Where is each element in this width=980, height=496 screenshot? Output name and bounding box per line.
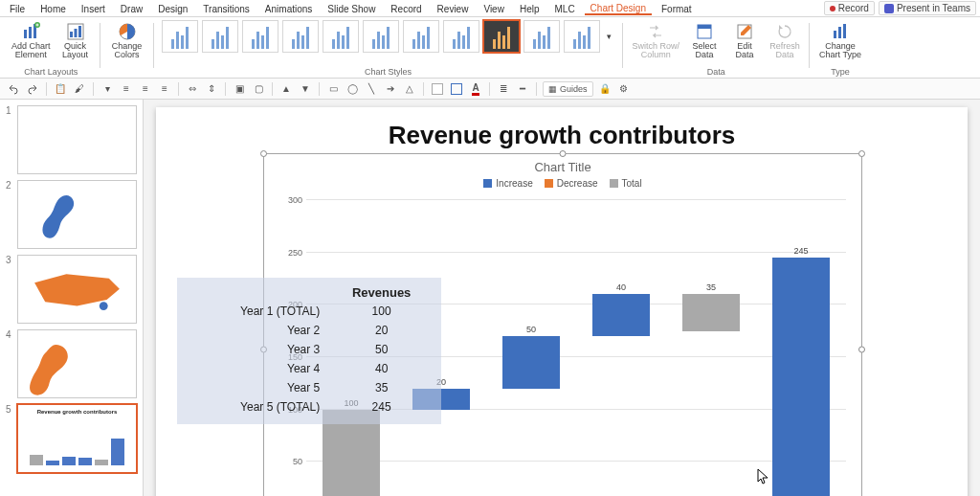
fill-color-button[interactable] bbox=[430, 81, 445, 97]
tab-view[interactable]: View bbox=[478, 2, 510, 14]
chart-style-9[interactable] bbox=[483, 20, 520, 53]
data-table-overlay[interactable]: Revenues Year 1 (TOTAL)100Year 220Year 3… bbox=[177, 278, 441, 424]
guides-toggle[interactable]: ▦Guides bbox=[543, 81, 593, 97]
tab-format[interactable]: Format bbox=[656, 2, 698, 14]
chart-style-2[interactable] bbox=[202, 20, 238, 53]
slide-thumb-2[interactable]: 2 bbox=[6, 180, 137, 249]
distribute-v-icon[interactable]: ⇕ bbox=[204, 81, 219, 97]
resize-handle[interactable] bbox=[858, 347, 865, 353]
align-center-icon[interactable]: ≡ bbox=[138, 81, 153, 97]
tab-slideshow[interactable]: Slide Show bbox=[322, 2, 381, 14]
gear-icon[interactable]: ⚙ bbox=[616, 81, 632, 97]
tab-insert[interactable]: Insert bbox=[76, 2, 111, 14]
slide-canvas[interactable]: Revenue growth contributors Chart Title … bbox=[156, 107, 968, 496]
format-painter-icon[interactable]: 🖌 bbox=[72, 81, 87, 97]
legend-item-total[interactable]: Total bbox=[610, 178, 642, 189]
redo-button[interactable] bbox=[25, 81, 40, 97]
lock-icon[interactable]: 🔒 bbox=[597, 81, 612, 97]
tab-design[interactable]: Design bbox=[152, 2, 193, 14]
refresh-data-label: Refresh Data bbox=[769, 42, 800, 59]
chart-legend[interactable]: Increase Decrease Total bbox=[268, 178, 858, 189]
slide-thumb-1[interactable]: 1 bbox=[6, 105, 137, 174]
distribute-h-icon[interactable]: ⇔ bbox=[185, 81, 200, 97]
legend-label: Decrease bbox=[557, 178, 598, 189]
line-weight-icon[interactable]: ━ bbox=[515, 81, 530, 97]
line-color-button[interactable] bbox=[449, 81, 464, 97]
tab-mlc[interactable]: MLC bbox=[548, 2, 580, 14]
shape-triangle-icon[interactable]: △ bbox=[402, 81, 417, 97]
add-chart-element-button[interactable]: Add Chart Element bbox=[10, 20, 53, 61]
chart-style-7[interactable] bbox=[403, 20, 439, 53]
chart-style-1[interactable] bbox=[162, 20, 198, 53]
add-chart-element-icon bbox=[21, 22, 40, 41]
shape-oval-icon[interactable]: ◯ bbox=[345, 81, 360, 97]
refresh-data-button[interactable]: Refresh Data bbox=[768, 20, 802, 61]
slide-thumbnail-pane[interactable]: 1 2 3 4 5 Revenue growth contributors bbox=[0, 100, 144, 496]
line-style-icon[interactable]: ≣ bbox=[496, 81, 511, 97]
legend-item-decrease[interactable]: Decrease bbox=[545, 178, 598, 189]
bring-forward-icon[interactable]: ▲ bbox=[278, 81, 294, 97]
shape-rect-icon[interactable]: ▭ bbox=[325, 81, 341, 97]
table-row: Year 220 bbox=[181, 321, 437, 340]
tab-review[interactable]: Review bbox=[432, 2, 475, 14]
change-chart-type-label: Change Chart Type bbox=[819, 42, 861, 59]
resize-handle[interactable] bbox=[858, 150, 865, 157]
tab-transitions[interactable]: Transitions bbox=[197, 2, 256, 14]
bar[interactable] bbox=[772, 258, 830, 496]
chart-style-6[interactable] bbox=[363, 20, 399, 53]
chart-column[interactable]: 50 bbox=[486, 200, 576, 496]
row-label: Year 5 bbox=[181, 378, 325, 397]
chart-title[interactable]: Chart Title bbox=[268, 160, 858, 174]
chart-style-10[interactable] bbox=[523, 20, 560, 53]
edit-data-icon bbox=[735, 22, 754, 41]
change-chart-type-button[interactable]: Change Chart Type bbox=[817, 20, 863, 61]
present-in-teams-button[interactable]: Present in Teams bbox=[879, 1, 976, 15]
bar[interactable] bbox=[502, 336, 560, 389]
bar[interactable] bbox=[682, 294, 740, 330]
resize-handle[interactable] bbox=[260, 150, 267, 157]
tab-help[interactable]: Help bbox=[514, 2, 546, 14]
slide-thumb-4[interactable]: 4 bbox=[6, 329, 137, 398]
chart-style-5[interactable] bbox=[323, 20, 359, 53]
chart-style-4[interactable] bbox=[282, 20, 319, 53]
slide-thumb-3[interactable]: 3 bbox=[6, 255, 137, 324]
resize-handle[interactable] bbox=[560, 150, 567, 157]
chart-column[interactable]: 35 bbox=[666, 200, 756, 496]
chart-style-8[interactable] bbox=[443, 20, 479, 53]
send-backward-icon[interactable]: ▼ bbox=[298, 81, 313, 97]
slide-title[interactable]: Revenue growth contributors bbox=[156, 121, 968, 150]
undo-button[interactable] bbox=[6, 81, 21, 97]
chart-column[interactable]: 245 bbox=[756, 200, 846, 496]
select-data-button[interactable]: Select Data bbox=[687, 20, 722, 61]
tab-file[interactable]: File bbox=[4, 2, 31, 14]
slide-editor[interactable]: Revenue growth contributors Chart Title … bbox=[144, 100, 980, 496]
align-right-icon[interactable]: ≡ bbox=[157, 81, 172, 97]
group-icon[interactable]: ▣ bbox=[232, 81, 247, 97]
quick-layout-button[interactable]: Quick Layout bbox=[58, 20, 93, 61]
change-colors-button[interactable]: Change Colors bbox=[110, 20, 145, 61]
bar[interactable] bbox=[592, 294, 650, 336]
shape-arrow-icon[interactable]: ➔ bbox=[383, 81, 398, 97]
tab-draw[interactable]: Draw bbox=[115, 2, 148, 14]
record-button[interactable]: Record bbox=[824, 1, 875, 15]
edit-data-button[interactable]: Edit Data bbox=[727, 20, 762, 61]
tab-chartdesign[interactable]: Chart Design bbox=[585, 1, 652, 15]
chart-styles-more-button[interactable]: ▾ bbox=[604, 30, 615, 43]
ungroup-icon[interactable]: ▢ bbox=[251, 81, 266, 97]
legend-item-increase[interactable]: Increase bbox=[483, 178, 532, 189]
tab-record[interactable]: Record bbox=[385, 2, 427, 14]
chart-style-11[interactable] bbox=[564, 20, 600, 53]
tab-home[interactable]: Home bbox=[34, 2, 72, 14]
tab-animations[interactable]: Animations bbox=[259, 2, 318, 14]
slide-thumb-5[interactable]: 5 Revenue growth contributors bbox=[6, 404, 137, 473]
font-color-button[interactable]: A bbox=[468, 81, 483, 97]
shape-line-icon[interactable]: ╲ bbox=[364, 81, 379, 97]
chevron-down-icon[interactable]: ▾ bbox=[100, 81, 115, 97]
align-left-icon[interactable]: ≡ bbox=[119, 81, 134, 97]
record-label: Record bbox=[838, 3, 869, 13]
chart-style-3[interactable] bbox=[242, 20, 278, 53]
slide-number: 3 bbox=[6, 255, 13, 324]
chart-column[interactable]: 40 bbox=[576, 200, 666, 496]
clipboard-icon[interactable]: 📋 bbox=[53, 81, 68, 97]
switch-row-column-button[interactable]: Switch Row/ Column bbox=[631, 20, 682, 61]
